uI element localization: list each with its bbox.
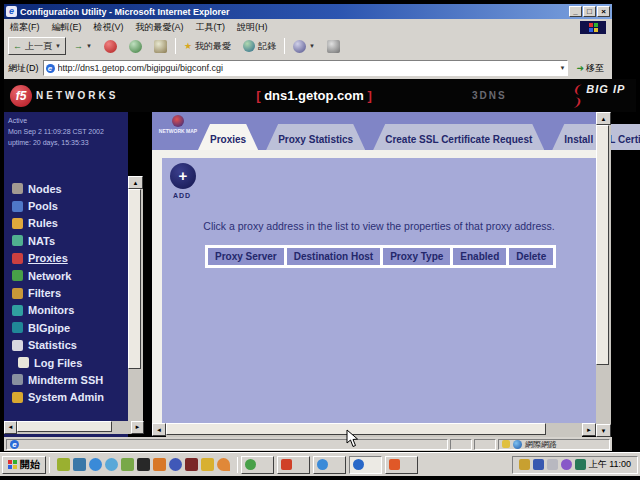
menu-view[interactable]: 檢視(V)	[94, 21, 124, 34]
forward-dropdown-icon[interactable]: ▼	[86, 43, 92, 49]
sidebar-vertical-scrollbar[interactable]: ▲	[128, 176, 143, 422]
quick-launch-icon[interactable]	[153, 458, 166, 471]
mail-button[interactable]: ▼	[289, 37, 319, 55]
sidebar-item-log-files[interactable]: Log Files	[12, 354, 124, 371]
tab-create-ssl-certificate-request[interactable]: Create SSL Certificate Request	[373, 124, 544, 150]
minimize-button[interactable]: _	[569, 6, 582, 17]
product-3dns: 3DNS	[472, 90, 507, 101]
url-input[interactable]	[58, 63, 557, 73]
scroll-down-icon[interactable]: ▼	[596, 424, 611, 437]
mail-dropdown-icon[interactable]: ▼	[309, 43, 315, 49]
menu-tools[interactable]: 工具(T)	[196, 21, 226, 34]
quick-launch-icon[interactable]	[201, 458, 214, 471]
go-icon: ➜	[576, 63, 584, 73]
tray-icon[interactable]	[561, 459, 572, 470]
start-button[interactable]: 開始	[2, 456, 46, 474]
clock: 上午 11:00	[589, 458, 631, 471]
history-icon	[243, 40, 255, 52]
task-button-1[interactable]	[241, 456, 274, 474]
status-message-pane: e	[6, 439, 448, 450]
tray-icon[interactable]	[519, 459, 530, 470]
zone-icon	[502, 440, 510, 448]
scroll-up-icon[interactable]: ▲	[596, 112, 611, 125]
quick-launch-icon[interactable]	[89, 458, 102, 471]
page-vertical-scrollbar[interactable]: ▲ ▼	[596, 112, 611, 437]
task-button-5[interactable]	[385, 456, 418, 474]
quick-launch-icon[interactable]	[185, 458, 198, 471]
instruction-text: Click a proxy address in the list to vie…	[162, 220, 596, 232]
bigip-mark-right: ❩	[572, 96, 582, 108]
sidebar-item-proxies[interactable]: Proxies	[12, 250, 124, 267]
forward-button[interactable]: → ▼	[70, 37, 96, 55]
scroll-up-icon[interactable]: ▲	[128, 176, 143, 189]
sidebar-item-statistics[interactable]: Statistics	[12, 337, 124, 354]
tray-icon[interactable]	[533, 459, 544, 470]
column-enabled[interactable]: Enabled	[453, 248, 506, 265]
tab-band: NETWORK MAP Proxies Proxy Statistics Cre…	[152, 112, 596, 150]
proxy-table-header-row: Proxy Server Destination Host Proxy Type…	[205, 245, 556, 268]
home-button[interactable]	[150, 37, 171, 55]
sidebar-item-nodes[interactable]: Nodes	[12, 180, 124, 197]
menu-file[interactable]: 檔案(F)	[10, 21, 40, 34]
scroll-right-icon[interactable]: ►	[582, 423, 596, 436]
menu-edit[interactable]: 編輯(E)	[52, 21, 82, 34]
quick-launch-icon[interactable]	[217, 458, 230, 471]
scroll-left-icon[interactable]: ◄	[152, 423, 166, 436]
back-button[interactable]: ← 上一頁 ▼	[8, 37, 66, 55]
print-button[interactable]	[323, 37, 344, 55]
column-delete[interactable]: Delete	[509, 248, 553, 265]
tab-proxy-statistics[interactable]: Proxy Statistics	[266, 124, 365, 150]
sidebar-item-mindterm-ssh[interactable]: Mindterm SSH	[12, 371, 124, 388]
close-button[interactable]: ×	[597, 6, 610, 17]
quick-launch-icon[interactable]	[169, 458, 182, 471]
product-bigip: ❨ BIG IP ❩	[572, 83, 636, 109]
sidebar-horizontal-scrollbar[interactable]: ◄ ►	[4, 421, 144, 434]
back-icon: ←	[13, 41, 22, 51]
add-button[interactable]: +	[170, 163, 196, 189]
sidebar-item-filters[interactable]: Filters	[12, 284, 124, 301]
menu-help[interactable]: 說明(H)	[237, 21, 268, 34]
task-button-4-active[interactable]	[349, 456, 382, 474]
tab-proxies[interactable]: Proxies	[198, 124, 258, 150]
page-icon: e	[46, 64, 55, 73]
maximize-button[interactable]: □	[583, 6, 596, 17]
scroll-left-icon[interactable]: ◄	[4, 421, 17, 434]
sidebar-item-monitors[interactable]: Monitors	[12, 302, 124, 319]
nodes-icon	[12, 183, 23, 194]
url-dropdown-icon[interactable]: ▼	[560, 65, 566, 71]
stop-button[interactable]	[100, 37, 121, 55]
tray-icon[interactable]	[575, 459, 586, 470]
mindterm-ssh-icon	[12, 374, 23, 385]
sidebar-item-system-admin[interactable]: System Admin	[12, 389, 124, 406]
quick-launch-icon[interactable]	[73, 458, 86, 471]
history-button[interactable]: 記錄	[239, 37, 280, 55]
go-button[interactable]: ➜ 移至	[572, 60, 608, 76]
quick-launch-icon[interactable]	[137, 458, 150, 471]
menu-favorites[interactable]: 我的最愛(A)	[136, 21, 184, 34]
sidebar-item-nats[interactable]: NATs	[12, 232, 124, 249]
sidebar-item-rules[interactable]: Rules	[12, 215, 124, 232]
taskbar: 開始 上午 11:00	[0, 452, 640, 476]
task-button-3[interactable]	[313, 456, 346, 474]
column-proxy-type[interactable]: Proxy Type	[383, 248, 450, 265]
page-horizontal-scrollbar[interactable]: ◄ ►	[152, 423, 596, 437]
quick-launch-icon[interactable]	[105, 458, 118, 471]
tray-icon[interactable]	[547, 459, 558, 470]
sidebar-item-network[interactable]: Network	[12, 267, 124, 284]
sidebar: Active Mon Sep 2 11:09:28 CST 2002 uptim…	[4, 112, 128, 437]
favorites-button[interactable]: ★ 我的最愛	[180, 37, 235, 55]
scroll-right-icon[interactable]: ►	[131, 421, 144, 434]
column-proxy-server[interactable]: Proxy Server	[208, 248, 284, 265]
windows-logo-icon	[580, 21, 606, 34]
sidebar-item-pools[interactable]: Pools	[12, 197, 124, 214]
quick-launch-icon[interactable]	[57, 458, 70, 471]
sidebar-item-bigpipe[interactable]: BIGpipe	[12, 319, 124, 336]
network-map-label: NETWORK MAP	[158, 128, 198, 134]
quick-launch-icon[interactable]	[121, 458, 134, 471]
task-button-2[interactable]	[277, 456, 310, 474]
network-map-widget[interactable]: NETWORK MAP	[158, 115, 198, 134]
column-destination-host[interactable]: Destination Host	[287, 248, 380, 265]
refresh-button[interactable]	[125, 37, 146, 55]
back-dropdown-icon[interactable]: ▼	[55, 43, 61, 49]
host-bracket-right: ]	[367, 88, 371, 103]
